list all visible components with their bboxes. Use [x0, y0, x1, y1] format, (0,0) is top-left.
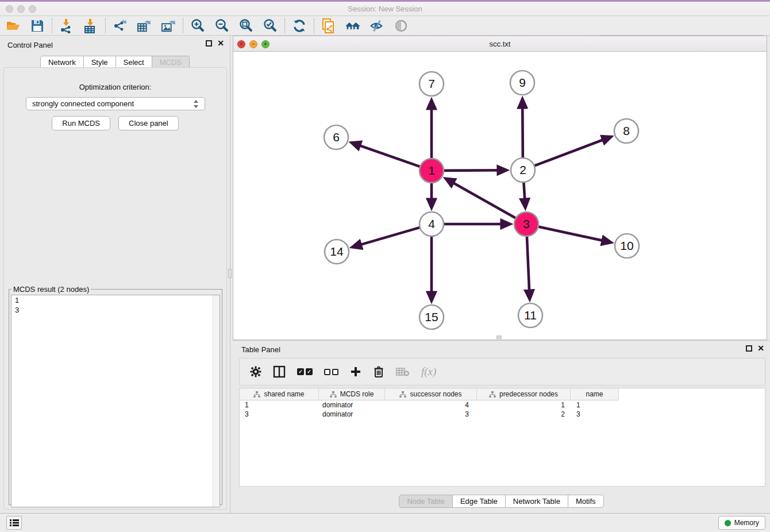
selected-criterion: strongly connected component: [32, 99, 193, 108]
tab-network-table[interactable]: Network Table: [506, 495, 568, 508]
list-icon: [10, 519, 19, 527]
toolbar-separator: [284, 18, 285, 33]
network-column-icon: [253, 391, 260, 398]
graph-node-label: 9: [519, 76, 526, 89]
graph-node-label: 4: [428, 217, 435, 230]
float-panel-icon[interactable]: [206, 40, 212, 47]
network-window-titlebar[interactable]: × − + scc.txt: [233, 36, 767, 52]
table-panel-title: Table Panel: [241, 345, 280, 354]
network-canvas[interactable]: 7968124314101511: [233, 52, 767, 340]
task-history-button[interactable]: [6, 516, 22, 530]
network-column-icon: [399, 391, 406, 398]
zoom-fit-icon[interactable]: [238, 18, 253, 33]
mcds-panel-body: Optimization criterion: strongly connect…: [3, 67, 227, 510]
select-all-columns-icon[interactable]: ✓✓: [297, 368, 313, 375]
import-network-icon[interactable]: [59, 18, 74, 33]
result-node-id: 3: [11, 305, 220, 315]
column-header-predecessor-nodes[interactable]: predecessor nodes: [477, 388, 571, 400]
float-table-panel-icon[interactable]: [746, 345, 752, 352]
deselect-all-columns-icon[interactable]: [324, 369, 338, 375]
function-builder-icon-disabled: f(x): [421, 365, 436, 378]
export-network-icon[interactable]: [113, 18, 128, 33]
memory-status-icon: [725, 520, 731, 526]
result-node-id: 1: [11, 295, 220, 305]
graph-node-label: 14: [330, 245, 344, 258]
mcds-result-box: MCDS result (2 nodes) 1 3: [9, 285, 222, 505]
refresh-view-icon[interactable]: [292, 18, 307, 33]
tab-edge-table[interactable]: Edge Table: [453, 495, 506, 508]
status-bar: Memory: [0, 513, 770, 532]
export-table-icon[interactable]: [137, 18, 152, 33]
close-panel-button[interactable]: Close panel: [118, 116, 179, 130]
cell-predecessor-nodes: 2: [477, 410, 571, 419]
import-table-icon[interactable]: [83, 18, 98, 33]
zoom-out-icon[interactable]: [214, 18, 229, 33]
select-stepper-icon: [193, 99, 199, 109]
cell-name: 1: [571, 400, 619, 410]
column-header-shared-name[interactable]: shared name: [240, 388, 319, 400]
cell-successor-nodes: 4: [385, 400, 477, 410]
close-table-panel-icon[interactable]: ✕: [757, 345, 764, 352]
export-image-icon[interactable]: [161, 18, 176, 33]
mcds-result-list[interactable]: 1 3: [11, 295, 220, 507]
table-row[interactable]: 1 dominator 4 1 1: [240, 400, 765, 410]
tab-node-table[interactable]: Node Table: [399, 495, 453, 508]
column-header-name[interactable]: name: [571, 388, 619, 400]
graph-edge-1-2[interactable]: [444, 170, 506, 171]
table-row[interactable]: 3 dominator 3 2 3: [240, 410, 765, 419]
graph-edge-3-11[interactable]: [527, 236, 530, 299]
network-view-window: × − + scc.txt 7968124314101511: [233, 36, 767, 340]
cell-predecessor-nodes: 1: [477, 400, 571, 410]
table-settings-gear-icon[interactable]: [250, 366, 261, 377]
table-panel-tabs: Node Table Edge Table Network Table Moti…: [233, 495, 770, 508]
cell-mcds-role: dominator: [319, 410, 385, 419]
result-scrollbar[interactable]: [213, 295, 220, 507]
network-column-icon: [489, 391, 496, 398]
control-panel-title: Control Panel: [7, 41, 53, 49]
graph-edge-2-9[interactable]: [522, 99, 523, 158]
network-column-icon: [330, 391, 337, 398]
graph-node-label: 15: [425, 310, 438, 323]
column-chooser-icon[interactable]: [273, 365, 286, 378]
cell-shared-name: 1: [240, 400, 319, 410]
cell-name: 3: [571, 410, 619, 419]
optimization-criterion-select[interactable]: strongly connected component: [26, 97, 205, 110]
table-panel: Table Panel ✕ ✓✓ f(x): [233, 340, 770, 513]
toolbar-separator: [314, 18, 314, 33]
node-table: shared name MCDS role successor nodes pr…: [239, 388, 765, 487]
cell-shared-name: 3: [240, 410, 319, 419]
graph-node-label: 3: [523, 217, 530, 230]
column-header-successor-nodes[interactable]: successor nodes: [385, 388, 477, 400]
save-session-icon[interactable]: [30, 18, 45, 33]
tab-motifs[interactable]: Motifs: [568, 495, 604, 508]
copy-network-icon[interactable]: [321, 18, 336, 33]
graph-edge-1-6[interactable]: [352, 143, 420, 167]
graph-edge-3-10[interactable]: [538, 226, 611, 242]
home-layout-icon[interactable]: [345, 18, 360, 33]
toolbar-separator: [183, 18, 183, 33]
hide-graphics-icon[interactable]: [369, 18, 384, 33]
control-panel: Control Panel ✕ Network Style Select MCD…: [0, 36, 230, 513]
run-mcds-button[interactable]: Run MCDS: [52, 116, 110, 130]
memory-button[interactable]: Memory: [718, 516, 765, 530]
network-graph: 7968124314101511: [233, 52, 767, 340]
column-header-mcds-role[interactable]: MCDS role: [319, 388, 385, 400]
table-toolbar: ✓✓ f(x): [239, 358, 765, 385]
close-panel-icon[interactable]: ✕: [217, 40, 224, 47]
graph-edge-2-3[interactable]: [523, 182, 525, 207]
zoom-selected-icon[interactable]: [263, 18, 278, 33]
main-toolbar: [0, 16, 770, 36]
show-graphics-icon[interactable]: [394, 18, 409, 33]
panel-splitter-handle[interactable]: [228, 269, 232, 278]
graph-node-label: 10: [620, 239, 633, 252]
graph-edge-2-8[interactable]: [534, 137, 611, 165]
delete-column-trash-icon[interactable]: [373, 365, 384, 378]
app-titlebar: Session: New Session: [0, 2, 770, 16]
network-resize-grip[interactable]: [496, 336, 502, 339]
graph-edge-3-1[interactable]: [446, 179, 515, 218]
open-file-icon[interactable]: [6, 18, 21, 33]
zoom-in-icon[interactable]: [190, 18, 205, 33]
graph-edge-4-14[interactable]: [353, 228, 420, 247]
optimization-criterion-label: Optimization criterion:: [4, 83, 226, 91]
add-column-icon[interactable]: [350, 366, 361, 377]
